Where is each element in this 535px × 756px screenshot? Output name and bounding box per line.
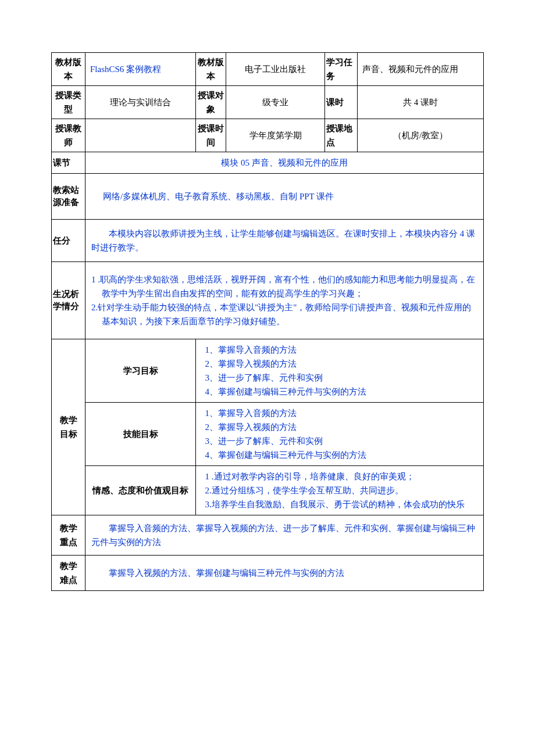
difficulty-text: 掌握导入视频的方法、掌握创建与编辑三种元件与实例的方法 (91, 566, 477, 580)
label-time: 授课时间 (196, 119, 226, 152)
label-difficulty: 教学难点 (52, 556, 85, 591)
label-skill-goal: 技能目标 (85, 403, 196, 466)
situation-item-2: 2.针对学生动手能力较强的特点，本堂课以"讲授为主"，教师给同学们讲授声音、视频… (102, 300, 477, 328)
value-hours: 共 4 课时 (358, 86, 484, 119)
situation-item-1: 1 .职高的学生求知欲强，思维活跃，视野开阔，富有个性，他们的感知能力和思考能力… (102, 273, 477, 300)
value-audience: 级专业 (226, 86, 325, 119)
g3-l1: 1 .通过对教学内容的引导，培养健康、良好的审美观； (201, 470, 479, 483)
label-resources: 教索站源准备 (52, 174, 85, 220)
label-class-type: 授课类型 (52, 86, 85, 119)
g2-l4: 4、掌握创建与编辑三种元件与实例的方法 (201, 448, 479, 462)
label-situation: 生况析学情分 (52, 262, 85, 339)
label-section: 课节 (52, 152, 85, 174)
value-teacher (85, 119, 196, 152)
label-keypoint: 教学重点 (52, 515, 85, 556)
value-section: 模块 05 声音、视频和元件的应用 (85, 152, 484, 174)
table-row: 技能目标 1、掌握导入音频的方法 2、掌握导入视频的方法 3、进一步了解库、元件… (52, 403, 484, 466)
value-skill-goal: 1、掌握导入音频的方法 2、掌握导入视频的方法 3、进一步了解库、元件和实例 4… (196, 403, 484, 466)
label-textbook-version: 教材版本 (52, 53, 85, 86)
resources-text: 网络/多媒体机房、电子教育系统、移动黑板、自制 PPT 课件 (103, 192, 334, 201)
table-row: 教学难点 掌握导入视频的方法、掌握创建与编辑三种元件与实例的方法 (52, 556, 484, 591)
label-textbook-version-2: 教材版本 (196, 53, 226, 86)
value-difficulty: 掌握导入视频的方法、掌握创建与编辑三种元件与实例的方法 (85, 556, 484, 591)
task-text: 本模块内容以教师讲授为主线，让学生能够创建与编辑选区。在课时安排上，本模块内容分… (91, 227, 477, 255)
table-row: 情感、态度和价值观目标 1 .通过对教学内容的引导，培养健康、良好的审美观； 2… (52, 466, 484, 515)
g2-l2: 2、掌握导入视频的方法 (201, 420, 479, 434)
table-row: 教材版本 FlashCS6 案例教程 教材版本 电子工业出版社 学习任务 声音、… (52, 53, 484, 86)
value-task-split: 本模块内容以教师讲授为主线，让学生能够创建与编辑选区。在课时安排上，本模块内容分… (85, 220, 484, 262)
label-audience: 授课对象 (196, 86, 226, 119)
keypoint-text: 掌握导入音频的方法、掌握导入视频的方法、进一步了解库、元件和实例、掌握创建与编辑… (91, 521, 477, 549)
value-time: 学年度第学期 (226, 119, 325, 152)
g1-l4: 4、掌握创建与编辑三种元件与实例的方法 (201, 385, 479, 399)
table-row: 任分 本模块内容以教师讲授为主线，让学生能够创建与编辑选区。在课时安排上，本模块… (52, 220, 484, 262)
label-teacher: 授课教师 (52, 119, 85, 152)
label-goals: 教学目标 (52, 339, 85, 515)
value-class-type: 理论与实训结合 (85, 86, 196, 119)
value-attitude-goal: 1 .通过对教学内容的引导，培养健康、良好的审美观； 2.通过分组练习，使学生学… (196, 466, 484, 515)
table-row: 授课教师 授课时间 学年度第学期 授课地点 （机房/教室） (52, 119, 484, 152)
g1-l1: 1、掌握导入音频的方法 (201, 343, 479, 357)
value-task: 声音、视频和元件的应用 (358, 53, 484, 86)
g3-l2: 2.通过分组练习，使学生学会互帮互助、共同进步。 (201, 483, 479, 497)
g3-l3: 3.培养学生自我激励、自我展示、勇于尝试的精神，体会成功的快乐 (209, 497, 479, 511)
lesson-plan-table: 教材版本 FlashCS6 案例教程 教材版本 电子工业出版社 学习任务 声音、… (51, 52, 484, 591)
label-place: 授课地点 (325, 119, 358, 152)
value-situation: 1 .职高的学生求知欲强，思维活跃，视野开阔，富有个性，他们的感知能力和思考能力… (85, 262, 484, 339)
g2-l3: 3、进一步了解库、元件和实例 (201, 434, 479, 448)
label-hours: 课时 (325, 86, 358, 119)
value-keypoint: 掌握导入音频的方法、掌握导入视频的方法、进一步了解库、元件和实例、掌握创建与编辑… (85, 515, 484, 556)
table-row: 教索站源准备 网络/多媒体机房、电子教育系统、移动黑板、自制 PPT 课件 (52, 174, 484, 220)
g2-l1: 1、掌握导入音频的方法 (201, 406, 479, 420)
table-row: 课节 模块 05 声音、视频和元件的应用 (52, 152, 484, 174)
value-textbook-version: FlashCS6 案例教程 (85, 53, 196, 86)
value-learning-goal: 1、掌握导入音频的方法 2、掌握导入视频的方法 3、进一步了解库、元件和实例 4… (196, 339, 484, 403)
value-place: （机房/教室） (358, 119, 484, 152)
g1-l3: 3、进一步了解库、元件和实例 (201, 371, 479, 385)
table-row: 授课类型 理论与实训结合 授课对象 级专业 课时 共 4 课时 (52, 86, 484, 119)
table-row: 生况析学情分 1 .职高的学生求知欲强，思维活跃，视野开阔，富有个性，他们的感知… (52, 262, 484, 339)
value-resources: 网络/多媒体机房、电子教育系统、移动黑板、自制 PPT 课件 (85, 174, 484, 220)
label-task-split: 任分 (52, 220, 85, 262)
table-row: 教学目标 学习目标 1、掌握导入音频的方法 2、掌握导入视频的方法 3、进一步了… (52, 339, 484, 403)
g1-l2: 2、掌握导入视频的方法 (201, 357, 479, 371)
table-row: 教学重点 掌握导入音频的方法、掌握导入视频的方法、进一步了解库、元件和实例、掌握… (52, 515, 484, 556)
label-attitude-goal: 情感、态度和价值观目标 (85, 466, 196, 515)
value-publisher: 电子工业出版社 (226, 53, 325, 86)
label-task: 学习任务 (325, 53, 358, 86)
label-learning-goal: 学习目标 (85, 339, 196, 403)
